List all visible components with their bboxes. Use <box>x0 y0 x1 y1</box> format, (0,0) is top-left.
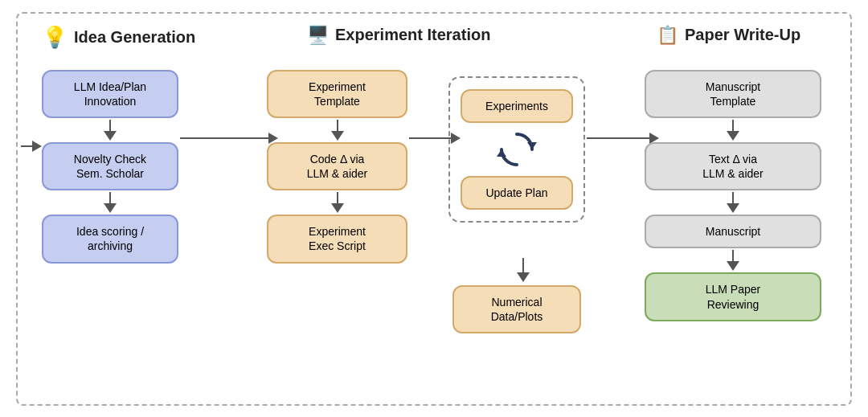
box-numerical-data: NumericalData/Plots <box>452 285 581 333</box>
box-experiments: Experiments <box>461 89 573 123</box>
box-update-plan: Update Plan <box>461 176 573 210</box>
svg-marker-1 <box>497 149 506 157</box>
box-exp-exec: ExperimentExec Script <box>267 215 407 263</box>
harrow-idea-exp <box>180 133 278 144</box>
idea-icon: 💡 <box>42 25 68 50</box>
idea-label: Idea Generation <box>74 28 195 47</box>
loop-arrows-icon <box>495 128 538 171</box>
arrow-paper-1 <box>645 120 821 141</box>
arrow-paper-2 <box>645 192 821 213</box>
exp-label: Experiment Iteration <box>335 26 490 44</box>
exp-column: ExperimentTemplate Code Δ viaLLM & aider… <box>267 70 407 264</box>
paper-icon: 📋 <box>657 25 678 46</box>
loop-box: Experiments Update Plan <box>448 76 585 223</box>
arrow-exp-1 <box>267 120 407 141</box>
paper-column: ManuscriptTemplate Text Δ viaLLM & aider… <box>645 70 821 321</box>
box-text-delta: Text Δ viaLLM & aider <box>645 142 821 190</box>
idea-column: LLM Idea/PlanInnovation Novelty CheckSem… <box>42 70 178 264</box>
section-header-idea: 💡 Idea Generation <box>42 25 195 50</box>
box-idea-scoring: Idea scoring /archiving <box>42 215 178 263</box>
entry-arrow <box>21 141 42 152</box>
box-manuscript-template: ManuscriptTemplate <box>645 70 821 118</box>
box-code-delta: Code Δ viaLLM & aider <box>267 142 407 190</box>
arrow-exp-2 <box>267 192 407 213</box>
section-header-exp: 🖥️ Experiment Iteration <box>307 25 490 46</box>
box-llm-idea: LLM Idea/PlanInnovation <box>42 70 178 118</box>
box-novelty-check: Novelty CheckSem. Scholar <box>42 142 178 190</box>
arrow-paper-3 <box>645 250 821 271</box>
section-header-paper: 📋 Paper Write-Up <box>657 25 800 46</box>
loop-icon-container <box>495 128 538 171</box>
diagram-wrapper: 💡 Idea Generation 🖥️ Experiment Iteratio… <box>16 12 852 406</box>
box-manuscript: Manuscript <box>645 215 821 248</box>
arrow-idea-1 <box>42 120 178 141</box>
paper-label: Paper Write-Up <box>685 26 800 44</box>
box-llm-paper-reviewing: LLM PaperReviewing <box>645 272 821 321</box>
exp-icon: 🖥️ <box>307 25 329 46</box>
arrow-idea-2 <box>42 192 178 213</box>
loop-to-data-arrow <box>517 258 530 282</box>
svg-marker-0 <box>527 142 537 149</box>
box-exp-template: ExperimentTemplate <box>267 70 407 118</box>
